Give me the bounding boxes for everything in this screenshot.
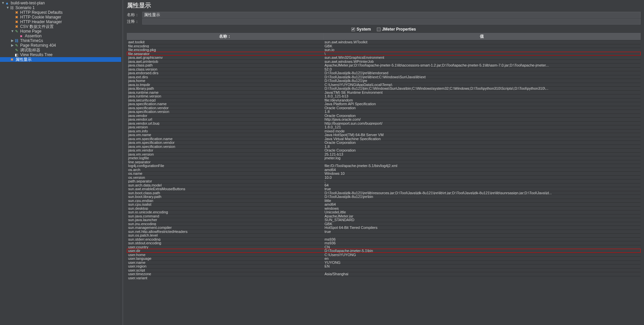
table-row[interactable]: java.vm.version25.121-b13	[127, 152, 641, 156]
comment-field[interactable]	[142, 18, 641, 25]
table-row[interactable]: path.separator;	[127, 179, 641, 183]
table-row[interactable]: java.version1.8.0_121	[127, 125, 641, 129]
tree-item[interactable]: ▶✎调试取样器	[0, 48, 121, 52]
table-row[interactable]: java.runtime.version1.8.0_121-b13	[127, 94, 641, 98]
table-row[interactable]: java.runtime.nameJava(TM) SE Runtime Env…	[127, 90, 641, 94]
table-row[interactable]: java.specification.nameJava Platform API…	[127, 102, 641, 106]
table-row[interactable]: sun.boot.class.pathD:\Tool\Java\jdk-8u12…	[127, 191, 641, 195]
table-row[interactable]: java.homeD:\Tool\Java\jdk-8u121\jre	[127, 79, 641, 83]
table-row[interactable]: java.vm.specification.version1.8	[127, 145, 641, 149]
table-row[interactable]: user.timezoneAsia/Shanghai	[127, 272, 641, 276]
tree-item[interactable]: ▼✎Home Page	[0, 29, 121, 34]
table-row[interactable]: sun.cpu.endianlittle	[127, 199, 641, 203]
prop-value	[323, 276, 641, 280]
table-row[interactable]: sun.cpu.isalistamd64	[127, 202, 641, 206]
table-row[interactable]: sun.desktopwindows	[127, 206, 641, 210]
jmeter-props-checkbox[interactable]: JMeter Properties	[377, 27, 416, 32]
table-row[interactable]: java.vendorOracle Corporation	[127, 114, 641, 118]
table-row[interactable]: sun.java.launcherSUN_STANDARD	[127, 218, 641, 222]
prop-value: true	[323, 187, 641, 191]
tree-item[interactable]: ▼▲build-web-test-plan	[0, 1, 121, 5]
tree-item[interactable]: ▶✖HTTP Request Defaults	[0, 10, 121, 15]
tree-twisty-icon[interactable]: ▼	[1, 1, 5, 5]
tree-node-icon: ✖	[14, 19, 19, 24]
tree-item[interactable]: ▼⛓Scenario 1	[0, 5, 121, 10]
table-row[interactable]: sun.stderr.encodingms936	[127, 237, 641, 241]
prop-name: user.home	[127, 253, 323, 257]
table-row[interactable]: java.specification.version1.8	[127, 110, 641, 114]
table-row[interactable]: java.endorsed.dirsD:\Tool\Java\jdk-8u121…	[127, 71, 641, 75]
table-row[interactable]: awt.toolkitsun.awt.windows.WToolkit	[127, 40, 641, 44]
table-row[interactable]: user.countryCN	[127, 245, 641, 249]
table-row[interactable]: sun.io.unicode.encodingUnicodeLittle	[127, 210, 641, 214]
tree-item[interactable]: ▶✖CSV 数据文件设置	[0, 24, 121, 29]
table-row[interactable]: user.nameYUYONG	[127, 260, 641, 265]
tree-twisty-icon[interactable]: ▼	[11, 29, 14, 34]
prop-value: YUYONG	[323, 261, 641, 265]
table-row[interactable]: file.separator\	[127, 52, 641, 56]
table-row[interactable]: jmeter.logfilejmeter.log	[127, 156, 641, 160]
table-row[interactable]: sun.java.commandApacheJMeter.jar	[127, 214, 641, 218]
table-row[interactable]: java.security.egdfile:/dev/urandom	[127, 98, 641, 102]
prop-name: user.dir	[127, 249, 323, 253]
table-row[interactable]: java.vm.specification.nameJava Virtual M…	[127, 137, 641, 141]
tree-item[interactable]: ▶✖HTTP Cookie Manager	[0, 15, 121, 19]
table-row[interactable]: java.library.pathD:\Tool\Java\jdk-8u121\…	[127, 86, 641, 90]
table-row[interactable]: user.variant	[127, 276, 641, 280]
table-row[interactable]: java.awt.graphicsenvsun.awt.Win32Graphic…	[127, 55, 641, 59]
table-row[interactable]: line.separator	[127, 160, 641, 164]
table-row[interactable]: java.vm.infomixed mode	[127, 129, 641, 133]
table-row[interactable]: sun.management.compilerHotSpot 64-Bit Ti…	[127, 226, 641, 230]
table-row[interactable]: java.vm.specification.vendorOracle Corpo…	[127, 140, 641, 145]
table-row[interactable]: sun.net.http.allowRestrictedHeaderstrue	[127, 230, 641, 234]
tree-item[interactable]: ▶✖属性显示	[0, 57, 121, 62]
table-row[interactable]: user.script	[127, 268, 641, 272]
table-row[interactable]: sun.stdout.encodingms936	[127, 241, 641, 245]
table-row[interactable]: java.awt.printerjobsun.awt.windows.WPrin…	[127, 59, 641, 64]
table-row[interactable]: java.vendor.url.bughttp://bugreport.sun.…	[127, 121, 641, 125]
table-row[interactable]: file.encoding.pkgsun.io	[127, 48, 641, 52]
col-header-name[interactable]: 名称：	[127, 33, 324, 40]
prop-value: Windows 10	[323, 172, 641, 175]
table-row[interactable]: java.io.tmpdirC:\Users\YUYONG\AppData\Lo…	[127, 83, 641, 87]
table-row[interactable]: java.class.pathApacheJMeter.jar;D:\Tool\…	[127, 63, 641, 67]
tree-item[interactable]: ▶✖HTTP Header Manager	[0, 19, 121, 24]
table-row[interactable]: file.encodingGBK	[127, 44, 641, 48]
table-row[interactable]: user.homeC:\Users\YUYONG	[127, 253, 641, 257]
system-checkbox[interactable]: System	[351, 27, 371, 32]
table-row[interactable]: user.dirD:\Tool\apache-jmeter-5.1\bin	[127, 249, 641, 253]
table-row[interactable]: user.languageen	[127, 256, 641, 260]
table-row[interactable]: sun.os.patch.level	[127, 233, 641, 237]
table-row[interactable]: java.vm.vendorOracle Corporation	[127, 148, 641, 152]
tree-item-label: 属性显示	[15, 57, 32, 62]
tree-twisty-icon[interactable]: ▶	[11, 38, 14, 43]
table-row[interactable]: sun.jnu.encodingGBK	[127, 222, 641, 226]
test-plan-tree[interactable]: ▼▲build-web-test-plan▼⛓Scenario 1▶✖HTTP …	[0, 0, 121, 325]
name-field[interactable]	[142, 12, 641, 18]
table-row[interactable]: java.ext.dirsD:\Tool\Java\jdk-8u121\jre\…	[127, 75, 641, 79]
table-row[interactable]: java.vm.nameJava HotSpot(TM) 64-Bit Serv…	[127, 133, 641, 137]
table-row[interactable]: os.version10.0	[127, 175, 641, 179]
table-row[interactable]: java.specification.vendorOracle Corporat…	[127, 106, 641, 110]
prop-value: Java(TM) SE Runtime Environment	[323, 91, 641, 94]
tree-twisty-icon[interactable]: ▼	[6, 5, 9, 10]
table-row[interactable]: sun.awt.enableExtraMouseButtonstrue	[127, 187, 641, 191]
table-row[interactable]: java.vendor.urlhttp://java.oracle.com/	[127, 117, 641, 121]
properties-table[interactable]: 名称： 值 awt.toolkitsun.awt.windows.WToolki…	[123, 33, 644, 325]
table-row[interactable]: log4j.configurationFilefile:/D:/Tool/apa…	[127, 164, 641, 168]
col-header-value[interactable]: 值	[324, 33, 640, 40]
table-row[interactable]: user.regionEN	[127, 264, 641, 268]
prop-name: java.security.egd	[127, 98, 323, 102]
tree-item[interactable]: ▶✎Page Returning 404	[0, 43, 121, 48]
table-row[interactable]: sun.arch.data.model64	[127, 183, 641, 187]
tree-item[interactable]: ▶■Assertion	[0, 34, 121, 38]
tree-item[interactable]: ▶◧View Results Tree	[0, 52, 121, 57]
table-row[interactable]: os.archamd64	[127, 168, 641, 172]
tree-item[interactable]: ▶⛓ThinkTime1s	[0, 38, 121, 43]
table-row[interactable]: java.class.version52.0	[127, 67, 641, 71]
table-row[interactable]: os.nameWindows 10	[127, 171, 641, 175]
tree-twisty-icon[interactable]: ▶	[11, 43, 14, 48]
prop-name: java.vendor	[127, 114, 323, 118]
system-checkbox-label: System	[356, 27, 371, 32]
table-row[interactable]: sun.boot.library.pathD:\Tool\Java\jdk-8u…	[127, 195, 641, 199]
